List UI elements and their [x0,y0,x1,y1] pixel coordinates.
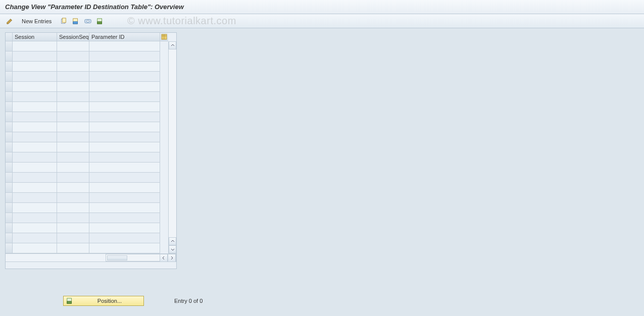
select-all-icon[interactable] [83,17,92,26]
table-row[interactable] [6,102,168,112]
row-selector[interactable] [6,183,13,193]
row-selector[interactable] [6,62,13,72]
cell-session[interactable] [13,233,57,243]
cell-session[interactable] [13,163,57,173]
cell-session-seq[interactable] [57,243,89,253]
column-header-session[interactable]: Session [13,33,57,41]
table-row[interactable] [6,142,168,152]
cell-session-seq[interactable] [57,193,89,203]
cell-parameter-id[interactable] [89,142,160,152]
vertical-scrollbar[interactable] [168,41,176,253]
cell-session-seq[interactable] [57,163,89,173]
cell-session-seq[interactable] [57,72,89,82]
cell-session-seq[interactable] [57,82,89,92]
cell-parameter-id[interactable] [89,223,160,233]
cell-session[interactable] [13,51,57,62]
cell-parameter-id[interactable] [89,51,160,62]
cell-session-seq[interactable] [57,51,89,62]
cell-session-seq[interactable] [57,92,89,102]
table-row[interactable] [6,163,168,173]
row-selector[interactable] [6,213,13,223]
cell-session-seq[interactable] [57,173,89,183]
cell-session[interactable] [13,223,57,233]
scroll-track-vertical[interactable] [169,49,176,237]
cell-session-seq[interactable] [57,62,89,72]
cell-session[interactable] [13,92,57,102]
cell-parameter-id[interactable] [89,213,160,223]
cell-session-seq[interactable] [57,112,89,122]
table-row[interactable] [6,62,168,72]
table-row[interactable] [6,203,168,213]
row-selector[interactable] [6,132,13,142]
cell-parameter-id[interactable] [89,41,160,51]
cell-session[interactable] [13,112,57,122]
table-row[interactable] [6,173,168,183]
cell-session[interactable] [13,152,57,163]
table-row[interactable] [6,112,168,122]
cell-session-seq[interactable] [57,233,89,243]
row-selector[interactable] [6,122,13,132]
row-selector[interactable] [6,173,13,183]
table-row[interactable] [6,41,168,51]
cell-session-seq[interactable] [57,132,89,142]
row-selector[interactable] [6,41,13,51]
new-entries-button[interactable]: New Entries [17,17,56,26]
cell-parameter-id[interactable] [89,82,160,92]
row-selector[interactable] [6,243,13,253]
scroll-up-button[interactable] [169,41,176,49]
cell-parameter-id[interactable] [89,183,160,193]
copy-as-icon[interactable] [59,17,68,26]
cell-parameter-id[interactable] [89,243,160,253]
cell-parameter-id[interactable] [89,193,160,203]
table-row[interactable] [6,243,168,253]
cell-parameter-id[interactable] [89,72,160,82]
cell-session[interactable] [13,203,57,213]
table-row[interactable] [6,82,168,92]
table-row[interactable] [6,213,168,223]
cell-session-seq[interactable] [57,142,89,152]
cell-session[interactable] [13,82,57,92]
cell-session[interactable] [13,62,57,72]
table-row[interactable] [6,193,168,203]
scroll-down-button[interactable] [169,245,176,253]
row-selector[interactable] [6,142,13,152]
cell-parameter-id[interactable] [89,203,160,213]
cell-session-seq[interactable] [57,203,89,213]
cell-session[interactable] [13,122,57,132]
toggle-display-change-icon[interactable] [5,17,14,26]
row-selector[interactable] [6,102,13,112]
hscroll-track[interactable] [106,254,176,261]
cell-parameter-id[interactable] [89,62,160,72]
cell-session[interactable] [13,41,57,51]
cell-parameter-id[interactable] [89,163,160,173]
scroll-down-near-button[interactable] [169,237,176,245]
row-selector[interactable] [6,203,13,213]
cell-parameter-id[interactable] [89,233,160,243]
cell-session[interactable] [13,213,57,223]
table-row[interactable] [6,51,168,62]
row-selector[interactable] [6,163,13,173]
row-selector[interactable] [6,152,13,163]
cell-session[interactable] [13,102,57,112]
table-row[interactable] [6,122,168,132]
row-selector[interactable] [6,223,13,233]
row-selector[interactable] [6,72,13,82]
table-row[interactable] [6,72,168,82]
cell-session-seq[interactable] [57,152,89,163]
cell-session-seq[interactable] [57,183,89,193]
row-selector[interactable] [6,112,13,122]
delete-icon[interactable] [71,17,80,26]
cell-parameter-id[interactable] [89,152,160,163]
row-selector-header[interactable] [6,33,13,41]
cell-parameter-id[interactable] [89,112,160,122]
deselect-all-icon[interactable] [95,17,105,26]
scroll-right-button[interactable] [168,254,176,261]
row-selector[interactable] [6,233,13,243]
column-header-parameter-id[interactable]: Parameter ID [89,33,160,41]
horizontal-scrollbar[interactable] [6,253,176,261]
cell-parameter-id[interactable] [89,132,160,142]
table-row[interactable] [6,223,168,233]
position-button[interactable]: Position... [63,296,144,306]
column-header-session-seq[interactable]: SessionSeq [57,33,89,41]
cell-parameter-id[interactable] [89,102,160,112]
